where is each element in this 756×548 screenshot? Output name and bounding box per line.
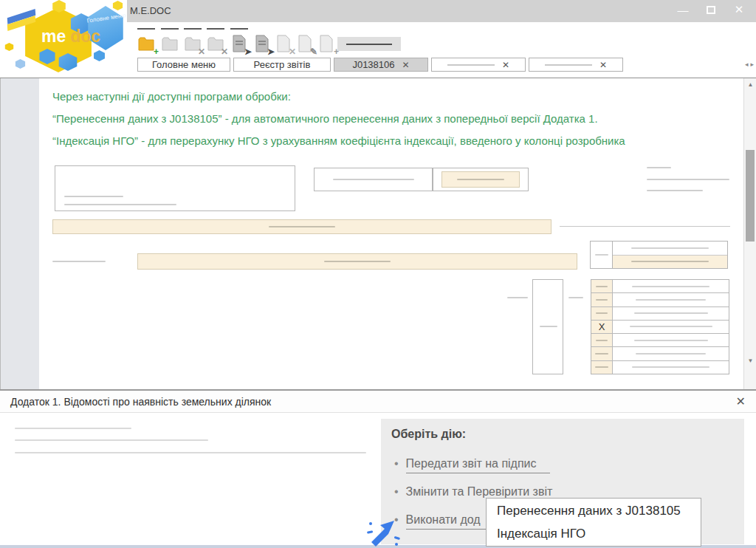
doc-add-icon[interactable]: +: [317, 28, 337, 56]
folder-delete-icon[interactable]: ✕: [206, 28, 227, 56]
popup-item-indexation[interactable]: Індексація НГО: [497, 527, 585, 541]
form-field-box: [314, 168, 433, 191]
data-grid: X: [591, 279, 729, 374]
placeholder-line: [15, 452, 366, 453]
medoc-logo: medoc Головне меню: [0, 0, 127, 78]
logo-hexagon-blue-4: [15, 59, 26, 69]
bottom-panel-title: Додаток 1. Відомості про наявність земел…: [10, 396, 271, 408]
open-folder-icon[interactable]: [160, 28, 181, 56]
tab-j0138106[interactable]: J0138106 ✕: [334, 58, 428, 72]
maximize-button[interactable]: [703, 4, 719, 16]
toolbar-more-button[interactable]: [337, 37, 401, 51]
placeholder-line: [15, 428, 131, 429]
table-row: [591, 361, 729, 374]
maximize-icon: [707, 6, 715, 14]
cursor-icon: [366, 513, 402, 548]
logo-hexagon-yellow-2: [4, 43, 14, 51]
logo-hexagon-small-blue-5: [93, 50, 106, 61]
new-report-folder-icon[interactable]: +: [137, 28, 157, 56]
toolbar: + ✕ ✕ ➤ ➤ ✕ ✎: [127, 22, 756, 58]
scroll-down-icon[interactable]: ▼: [744, 357, 756, 364]
import-doc-icon[interactable]: ➤: [230, 28, 250, 56]
table-cell: [591, 242, 613, 268]
popup-item-transfer-data[interactable]: Перенесення даних з J0138105: [497, 504, 681, 518]
summary-mini-table: [590, 241, 728, 269]
folder-glyph: [160, 34, 179, 53]
tab-close-icon[interactable]: ✕: [502, 60, 509, 70]
highlighted-row-input[interactable]: [52, 219, 551, 234]
close-button[interactable]: ✕: [731, 3, 747, 16]
placeholder-line: [52, 261, 106, 262]
action-send-report[interactable]: •Передати звіт на підпис: [394, 457, 550, 470]
scrollbar-thumb[interactable]: [746, 150, 755, 242]
table-row: [591, 280, 729, 293]
form-field-box: [433, 168, 529, 191]
action-edit-verify[interactable]: •Змінити та Перевірити звіт: [394, 485, 552, 499]
x-marked-cell[interactable]: X: [591, 321, 613, 333]
table-cell: [613, 242, 727, 256]
highlighted-table-cell[interactable]: [613, 256, 727, 269]
export-doc-icon[interactable]: ➤: [252, 28, 273, 56]
medoc-window: M.E.DOC — ✕ medoc Головне меню +: [0, 0, 756, 548]
placeholder-line: [647, 190, 703, 191]
tab-close-icon[interactable]: ✕: [599, 60, 607, 70]
bottom-panel-close-icon[interactable]: ✕: [736, 394, 746, 408]
tab-placeholder-2[interactable]: ✕: [529, 58, 623, 72]
table-row: [591, 293, 729, 306]
processing-programs-popup: Перенесення даних з J0138105 Індексація …: [486, 498, 701, 547]
tab-placeholder-label: [447, 64, 495, 66]
form-header-box: [55, 165, 295, 211]
placeholder-line: [15, 439, 208, 441]
window-title: M.E.DOC: [130, 5, 171, 16]
table-row: [591, 347, 729, 360]
placeholder-rule: [560, 226, 730, 227]
highlighted-input[interactable]: [441, 171, 520, 188]
action-run-program[interactable]: •Виконати дод: [394, 513, 494, 527]
placeholder-line: [647, 179, 729, 180]
document-margin-strip: [1, 78, 39, 389]
doc-edit-icon[interactable]: ✎: [295, 28, 316, 56]
tab-placeholder-1[interactable]: ✕: [431, 58, 526, 72]
table-row: [591, 334, 729, 347]
logo-wordmark: medoc: [41, 27, 100, 47]
tab-scroll-right-icon[interactable]: ▸: [750, 61, 756, 68]
minimize-button[interactable]: —: [675, 4, 691, 16]
highlighted-row-input[interactable]: [137, 253, 577, 270]
document-area: Через наступні дії доступні програми обр…: [0, 78, 756, 389]
folder-clear-icon[interactable]: ✕: [183, 28, 204, 56]
vertical-scrollbar[interactable]: ▲ ▼: [743, 78, 756, 389]
bottom-panel-header: Додаток 1. Відомості про наявність земел…: [0, 391, 756, 413]
info-text-line1: Через наступні дії доступні програми обр…: [52, 90, 291, 103]
tab-reiestr-zvitiv[interactable]: Реєстр звітів: [233, 58, 331, 72]
info-text-line2: “Перенесення даних з J0138105” - для авт…: [52, 112, 598, 125]
tab-scroll-arrows[interactable]: ◂▸: [745, 61, 756, 68]
placeholder-line: [507, 297, 528, 298]
logo-hexagon-small-yellow-3: [112, 1, 123, 10]
window-controls: — ✕: [675, 3, 747, 16]
tab-close-icon[interactable]: ✕: [402, 60, 410, 70]
action-prompt: Оберіть дію:: [391, 428, 466, 441]
doc-delete-icon[interactable]: ✕: [274, 28, 295, 56]
bottom-panel: Додаток 1. Відомості про наявність земел…: [0, 389, 756, 548]
tab-holovne-menu[interactable]: Головне меню: [137, 58, 230, 72]
tab-bar: Головне меню Реєстр звітів J0138106 ✕ ✕ …: [127, 58, 756, 73]
tab-placeholder-label: [545, 64, 592, 66]
table-row: X: [591, 321, 729, 334]
narrow-column-box: [532, 279, 563, 374]
placeholder-line: [568, 297, 583, 298]
scroll-up-icon[interactable]: ▲: [744, 81, 756, 88]
info-text-line3: “Індексація НГО” - для перерахунку НГО з…: [52, 134, 625, 147]
table-row: [591, 307, 729, 321]
placeholder-line: [647, 167, 671, 168]
